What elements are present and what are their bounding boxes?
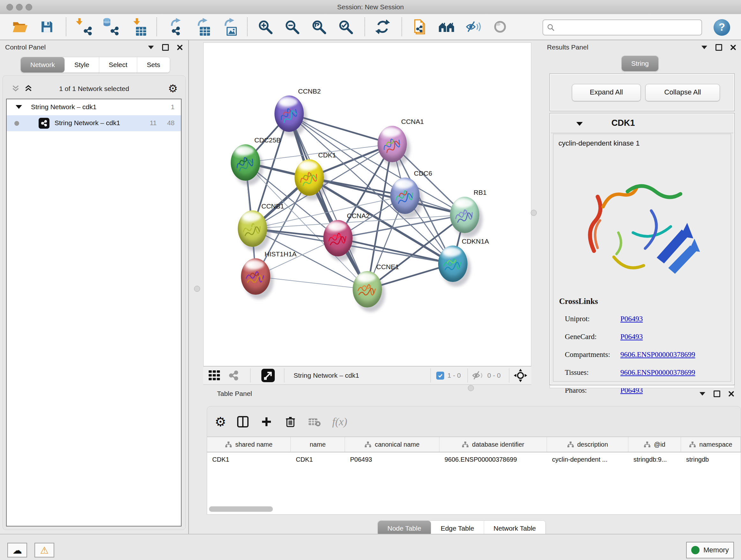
node-CDK1[interactable]: [294, 159, 324, 196]
tab-network[interactable]: Network: [21, 57, 65, 72]
column-header-database-identifier[interactable]: database identifier: [440, 437, 547, 452]
table-cell[interactable]: P06493: [345, 452, 440, 468]
network-row[interactable]: String Network – cdk1 11 48: [7, 115, 181, 131]
maximize-panel-button[interactable]: [716, 44, 722, 51]
table-cell[interactable]: stringdb:9...: [628, 452, 681, 468]
left-splitter-handle[interactable]: [194, 286, 200, 292]
node-CCNB2[interactable]: [274, 96, 304, 132]
protein-scribble: [354, 277, 380, 303]
pan-crosshair-icon[interactable]: [514, 368, 528, 382]
maximize-panel-button[interactable]: [714, 390, 720, 397]
preview-button[interactable]: [491, 18, 509, 36]
node-CDC25B[interactable]: [231, 144, 260, 181]
gene-collapse-caret[interactable]: [576, 122, 583, 126]
cloud-status-button[interactable]: ☁: [7, 543, 27, 557]
edge-HIST1H1A-CCNE1[interactable]: [256, 276, 367, 289]
save-floppy-icon: [40, 20, 54, 34]
memory-button[interactable]: Memory: [686, 542, 734, 558]
maximize-panel-button[interactable]: [162, 44, 169, 51]
trash-icon: [286, 416, 295, 427]
table-options-gear-icon[interactable]: ⚙: [215, 414, 226, 430]
crosslink-link[interactable]: P06493: [620, 315, 643, 323]
close-panel-button[interactable]: [731, 45, 736, 50]
node-CCNB1[interactable]: [238, 210, 267, 247]
import-network-button[interactable]: [75, 18, 92, 36]
tab-select[interactable]: Select: [99, 57, 137, 72]
table-cell[interactable]: stringdb: [681, 452, 741, 468]
node-CDKN1A[interactable]: [438, 246, 468, 282]
float-panel-button[interactable]: [701, 46, 707, 49]
import-table-button[interactable]: [129, 18, 146, 36]
share-document-button[interactable]: [411, 18, 428, 36]
expand-all-button[interactable]: Expand All: [572, 84, 641, 101]
collapse-all-button[interactable]: Collapse All: [645, 84, 720, 101]
column-header-name[interactable]: name: [291, 437, 345, 452]
search-input[interactable]: [557, 21, 701, 34]
edge-CCNA2-CDKN1A[interactable]: [338, 238, 453, 264]
table-cell[interactable]: 9606.ENSP00000378699: [440, 452, 547, 468]
help-button[interactable]: ?: [714, 19, 730, 36]
column-header-shared-name[interactable]: shared name: [207, 437, 291, 452]
column-header--id[interactable]: @id: [628, 437, 681, 452]
warnings-button[interactable]: ⚠: [35, 543, 54, 557]
close-panel-button[interactable]: [729, 391, 734, 396]
zoom-fit-button[interactable]: [310, 18, 327, 36]
table-cell[interactable]: CDK1: [207, 452, 291, 468]
export-table-button[interactable]: [193, 18, 210, 36]
function-builder-button[interactable]: f(x): [332, 414, 347, 430]
gene-section-header[interactable]: CDK1: [551, 114, 733, 133]
export-network-button[interactable]: [166, 18, 183, 36]
show-columns-button[interactable]: [237, 414, 249, 430]
column-header-description[interactable]: description: [547, 437, 628, 452]
search-box[interactable]: [542, 19, 702, 36]
float-panel-button[interactable]: [148, 46, 154, 49]
zoom-in-button[interactable]: [257, 18, 274, 36]
table-row[interactable]: CDK1CDK1P064939606.ENSP00000378699cyclin…: [207, 452, 741, 468]
node-HIST1H1A[interactable]: [241, 258, 270, 295]
edge-CCNB2-CCNE1[interactable]: [289, 114, 367, 289]
create-column-button[interactable]: [261, 414, 272, 430]
export-image-button[interactable]: [219, 18, 237, 36]
hidden-eye-icon[interactable]: [472, 371, 484, 380]
table-cell[interactable]: CDK1: [291, 452, 345, 468]
node-CCNE1[interactable]: [353, 271, 382, 307]
edge-CCNB2-CCNA1[interactable]: [289, 114, 392, 144]
delete-table-button[interactable]: [309, 414, 321, 430]
node-CCNA1[interactable]: [378, 126, 407, 162]
bottom-splitter-handle[interactable]: [468, 385, 474, 391]
crosslink-link[interactable]: 9606.ENSP00000378699: [620, 368, 695, 377]
string-home-button[interactable]: [438, 18, 455, 36]
open-session-button[interactable]: [11, 18, 29, 36]
node-RB1[interactable]: [450, 197, 479, 233]
network-view-icon[interactable]: [228, 370, 239, 381]
node-CCNA2[interactable]: [323, 220, 353, 256]
zoom-selected-button[interactable]: [337, 18, 354, 36]
network-options-gear-icon[interactable]: ⚙: [168, 82, 178, 95]
crosslink-link[interactable]: 9606.ENSP00000378699: [620, 351, 695, 359]
tab-style[interactable]: Style: [65, 57, 99, 72]
column-header-namespace[interactable]: namespace: [681, 437, 741, 452]
save-session-button[interactable]: [38, 18, 56, 36]
horizontal-scrollbar-thumb[interactable]: [209, 506, 273, 512]
refresh-button[interactable]: [374, 18, 391, 36]
crosslink-link[interactable]: P06493: [620, 333, 643, 341]
float-panel-button[interactable]: [699, 392, 705, 395]
collection-expand-caret[interactable]: [16, 105, 22, 109]
network-collection-row[interactable]: String Network – cdk1 1: [7, 99, 181, 115]
selected-checkbox[interactable]: [436, 372, 444, 380]
node-table[interactable]: shared namenamecanonical namedatabase id…: [207, 437, 741, 515]
tab-sets[interactable]: Sets: [137, 57, 170, 72]
node-CDC6[interactable]: [390, 178, 420, 214]
grid-view-icon[interactable]: [208, 370, 220, 381]
table-cell[interactable]: cyclin-dependent ...: [547, 452, 628, 468]
import-network-from-database-button[interactable]: [102, 18, 119, 36]
delete-column-button[interactable]: [286, 414, 295, 430]
right-splitter-handle[interactable]: [531, 210, 537, 216]
column-header-canonical-name[interactable]: canonical name: [345, 437, 440, 452]
tab-string[interactable]: String: [622, 56, 658, 71]
enhance-view-button[interactable]: [465, 18, 482, 36]
zoom-out-button[interactable]: [283, 18, 300, 36]
birdseye-view-icon[interactable]: [261, 369, 275, 382]
network-canvas[interactable]: CCNB2CCNA1CDC25BCDK1CDC6RB1CCNB1CCNA2CDK…: [203, 43, 531, 366]
close-panel-button[interactable]: [177, 45, 183, 50]
